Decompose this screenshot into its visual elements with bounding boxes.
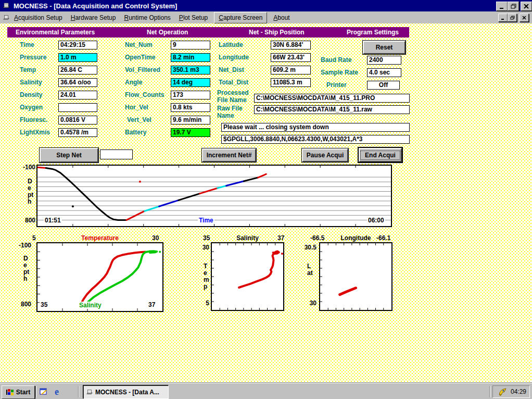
- desktop: MOCNESS - [Data Acquisition and Control …: [0, 0, 532, 399]
- ts-ylabel: Temp: [204, 263, 210, 290]
- main-plot-ylabel: Depth: [28, 178, 34, 205]
- net-label-horvel: Hor_Vel: [125, 103, 148, 112]
- pos-label-longitude: Longitude: [219, 53, 249, 62]
- latlon-lon-max-label: -66.1: [376, 234, 390, 242]
- close-button[interactable]: [521, 2, 532, 11]
- windows-flag-icon: [6, 389, 15, 396]
- reset-button[interactable]: Reset: [363, 41, 406, 54]
- section-net-ship-position: Net - Ship Position: [249, 29, 305, 36]
- env-value-temp: 26.84 C: [58, 66, 97, 74]
- env-value-lightxmis: 0.4578 /m: [58, 128, 97, 137]
- mdi-child-icon[interactable]: [3, 14, 10, 21]
- mdi-minimize-button[interactable]: [498, 14, 508, 22]
- profile-temp-min-label: 5: [32, 234, 36, 242]
- env-label-salinity: Salinity: [20, 78, 42, 87]
- env-value-pressure: 1.0 m: [58, 53, 97, 62]
- settings-value-baudrate: 2400: [367, 56, 401, 65]
- start-label: Start: [16, 389, 30, 396]
- menu-acquisition-setup[interactable]: Acquisition Setup: [10, 13, 67, 23]
- menu-about[interactable]: About: [269, 13, 294, 23]
- main-plot-xend-label: 06:00: [367, 217, 385, 224]
- mdi-restore-button[interactable]: [508, 14, 517, 22]
- start-button[interactable]: Start: [2, 385, 35, 399]
- settings-label-baudrate: Baud Rate: [321, 56, 351, 65]
- app-icon: [86, 389, 93, 396]
- minimize-button[interactable]: [496, 2, 508, 11]
- net-value-vertvel: 9.6 m/min: [171, 116, 210, 124]
- raw-file-value: C:\MOCNESS\MOCDATA\M_415_11.raw: [254, 105, 410, 114]
- latlon-plot: [319, 242, 392, 311]
- status-message: Please wait ... closing system down: [221, 123, 410, 132]
- main-plot-xlabel: Time: [198, 217, 214, 224]
- env-value-oxygen: [58, 103, 97, 112]
- pos-label-latitude: Latitude: [219, 41, 243, 49]
- task-button-label: MOCNESS - [Data A...: [95, 389, 159, 396]
- ts-plot: [211, 242, 284, 311]
- profile-sal-axis-label: Salinity: [78, 302, 103, 309]
- ts-sal-min-label: 35: [203, 234, 210, 242]
- step-net-input[interactable]: [100, 149, 133, 159]
- settings-value-printer: Off: [367, 81, 400, 90]
- pause-acqui-button[interactable]: Pause Acqui: [302, 148, 348, 162]
- restore-button[interactable]: [508, 2, 519, 11]
- taskbar: Start e MOCNESS - [Data A...: [0, 383, 532, 399]
- quicklaunch-desktop-icon[interactable]: [39, 386, 49, 397]
- tray-icon[interactable]: [498, 387, 508, 396]
- gps-nmea-string: $GPGLL,3006.8840,N,06623.4300,W,043021,A…: [221, 135, 410, 144]
- task-button-mocness[interactable]: MOCNESS - [Data A...: [83, 385, 169, 399]
- taskbar-separator: [489, 386, 490, 397]
- env-label-lightxmis: LightXmis: [20, 128, 50, 137]
- net-label-opentime: OpenTime: [125, 53, 155, 62]
- net-label-battery: Battery: [125, 128, 146, 137]
- env-label-density: Density: [20, 91, 42, 99]
- env-label-pressure: Pressure: [20, 53, 46, 62]
- quicklaunch-ie-icon[interactable]: e: [52, 386, 62, 397]
- net-value-volfiltered: 350.1 m3: [171, 66, 210, 74]
- menu-hardware-setup[interactable]: Hardware Setup: [67, 13, 120, 23]
- clock: 04:29: [511, 388, 526, 395]
- profile-temp-max-label: 30: [152, 234, 159, 242]
- pos-label-totaldist: Total_Dist: [219, 78, 248, 87]
- ts-sal-max-label: 37: [277, 234, 284, 242]
- net-label-flowcounts: Flow_Counts: [125, 91, 164, 99]
- net-value-battery: 19.7 V: [171, 128, 210, 137]
- end-acqui-button[interactable]: End Acqui: [359, 148, 402, 162]
- main-plot-xstart-label: 01:51: [44, 217, 62, 224]
- menu-plot-setup[interactable]: Plot Setup: [175, 13, 212, 23]
- net-value-netnum: 9: [171, 41, 210, 49]
- profile-ybottom-label: 800: [17, 301, 31, 308]
- ts-sal-axis-label: Salinity: [212, 234, 283, 242]
- pos-value-netdist: 609.2 m: [271, 66, 311, 74]
- profile-ytop-label: -100: [14, 242, 31, 249]
- net-label-volfiltered: Vol_Filtered: [125, 66, 160, 74]
- section-program-settings: Program Settings: [347, 29, 399, 36]
- system-tray: 04:29: [492, 385, 530, 398]
- app-icon: [2, 2, 10, 10]
- latlon-ylabel: Lat: [307, 263, 313, 277]
- titlebar: MOCNESS - [Data Acquisition and Control …: [0, 0, 532, 11]
- profile-sal-max-label: 37: [147, 301, 156, 308]
- increment-net-button[interactable]: Increment Net#: [202, 148, 256, 162]
- menu-capture-screen[interactable]: Capture Screen: [214, 12, 267, 23]
- pos-value-longitude: 66W 23.43': [271, 53, 311, 62]
- ts-ytop-label: 30: [198, 244, 209, 251]
- menubar: Acquisition Setup Hardware Setup Runtime…: [0, 11, 532, 24]
- processed-file-value: C:\MOCNESS\MOCDATA\M_415_11.PRO: [254, 94, 410, 103]
- main-plot-ybottom-label: 800: [21, 217, 35, 224]
- env-value-density: 24.01: [58, 91, 97, 99]
- ts-ybottom-label: 5: [202, 300, 209, 307]
- settings-label-printer: Printer: [326, 81, 347, 90]
- pos-value-totaldist: 11085.3 m: [271, 78, 311, 87]
- env-value-fluoresc: 0.0816 V: [58, 116, 97, 124]
- net-value-opentime: 8.2 min: [171, 53, 210, 62]
- main-plot-ytop-label: -100: [19, 164, 35, 171]
- mdi-close-button[interactable]: [520, 14, 529, 22]
- section-net-operation: Net Operation: [147, 29, 188, 36]
- env-label-time: Time: [20, 41, 34, 49]
- profile-temp-axis-label: Temperature: [37, 234, 162, 242]
- section-environmental-parameters: Environmental Parameters: [16, 29, 95, 36]
- net-label-netnum: Net_Num: [125, 41, 153, 49]
- step-net-button[interactable]: Step Net: [40, 148, 98, 163]
- latlon-ybottom-label: 30: [305, 300, 316, 307]
- menu-runtime-options[interactable]: Runtime Options: [120, 13, 174, 23]
